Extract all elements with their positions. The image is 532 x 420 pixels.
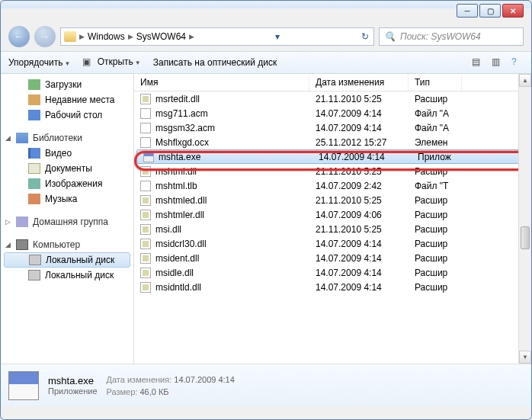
file-row[interactable]: msidntld.dll14.07.2009 4:14Расшиp: [134, 280, 531, 294]
file-icon: [140, 268, 151, 278]
app-icon: ▣: [82, 56, 95, 69]
file-icon: [140, 108, 151, 119]
sidebar: Загрузки Недавние места Рабочий стол Биб…: [1, 74, 134, 364]
file-row[interactable]: msidle.dll14.07.2009 4:14Расшиp: [134, 265, 531, 280]
file-name: mshtmler.dll: [155, 210, 204, 220]
file-date: 14.07.2009 4:14: [309, 239, 409, 249]
details-size-label: Размер:: [107, 387, 138, 396]
chevron-right-icon: ▶: [189, 33, 194, 40]
sidebar-item-localdisk2[interactable]: Локальный диск: [1, 268, 133, 283]
sidebar-item-recent[interactable]: Недавние места: [1, 92, 133, 107]
details-date: 14.07.2009 4:14: [174, 375, 235, 384]
file-row[interactable]: mshtmled.dll21.11.2010 5:25Расшиp: [134, 193, 531, 207]
file-row[interactable]: mshtmler.dll14.07.2009 4:06Расшиp: [134, 207, 531, 222]
file-row[interactable]: msg711.acm14.07.2009 4:14Файл "A: [134, 106, 531, 120]
file-type: Расшиp: [409, 166, 462, 177]
help-icon[interactable]: ?: [511, 56, 524, 69]
chevron-right-icon: ▶: [128, 33, 133, 40]
search-input[interactable]: 🔍 Поиск: SysWOW64: [379, 27, 524, 46]
file-row[interactable]: Mshflxgd.ocx25.11.2012 15:27Элемен: [134, 135, 531, 149]
file-row[interactable]: msgsm32.acm14.07.2009 4:14Файл "A: [134, 120, 531, 135]
file-row[interactable]: msidcrl30.dll14.07.2009 4:14Расшиp: [134, 236, 531, 251]
sidebar-item-computer[interactable]: Компьютер: [1, 237, 133, 252]
folder-icon: [64, 31, 76, 42]
file-date: 14.07.2009 4:14: [309, 123, 409, 133]
file-type: Элемен: [409, 137, 462, 148]
file-row[interactable]: mshtml.dll21.11.2010 5:25Расшиp: [134, 164, 531, 178]
file-type: Расшиp: [409, 253, 462, 264]
scroll-up-button[interactable]: ▲: [519, 74, 531, 87]
file-date: 21.11.2010 5:25: [309, 224, 409, 235]
back-button[interactable]: ←: [8, 26, 30, 47]
file-name: mshtml.tlb: [155, 181, 197, 191]
file-row[interactable]: msrtedit.dll21.11.2010 5:25Расшиp: [134, 91, 531, 106]
address-bar[interactable]: ▶ Windows ▶ SysWOW64 ▶ ▾ ↻: [60, 27, 374, 46]
scrollbar[interactable]: ▲ ▼: [518, 74, 531, 364]
sidebar-item-documents[interactable]: Документы: [1, 161, 133, 176]
open-button[interactable]: ▣ Открыть▼: [82, 56, 140, 69]
file-icon: [140, 239, 151, 249]
column-date[interactable]: Дата изменения: [309, 74, 409, 91]
sidebar-item-homegroup[interactable]: Домашняя группа: [1, 214, 133, 229]
file-name: msgsm32.acm: [155, 123, 215, 133]
file-icon: [140, 137, 151, 148]
file-icon: [140, 195, 151, 206]
sidebar-item-desktop[interactable]: Рабочий стол: [1, 107, 133, 123]
maximize-button[interactable]: ▢: [479, 4, 501, 18]
file-name: msidle.dll: [155, 268, 194, 278]
downloads-icon: [28, 79, 40, 90]
file-icon: [143, 152, 154, 162]
preview-pane-icon[interactable]: ▥: [492, 56, 504, 69]
breadcrumb-part[interactable]: SysWOW64: [136, 31, 186, 42]
details-pane: mshta.exe Приложение Дата изменения: 14.…: [1, 364, 531, 406]
file-row[interactable]: msident.dll14.07.2009 4:14Расшиp: [134, 251, 531, 265]
file-list-area: Имя Дата изменения Тип msrtedit.dll21.11…: [134, 74, 531, 364]
file-date: 21.11.2010 5:25: [309, 94, 409, 104]
file-icon: [140, 224, 151, 235]
refresh-icon[interactable]: ↻: [361, 31, 369, 42]
forward-button[interactable]: →: [34, 26, 56, 47]
column-type[interactable]: Тип: [409, 74, 462, 91]
file-name: mshta.exe: [159, 152, 200, 162]
file-date: 14.07.2009 4:14: [309, 282, 409, 293]
breadcrumb-part[interactable]: Windows: [88, 31, 125, 42]
file-date: 21.11.2010 5:25: [309, 195, 409, 206]
minimize-button[interactable]: ─: [457, 4, 478, 18]
scroll-thumb[interactable]: [521, 226, 530, 249]
file-icon: [140, 94, 151, 104]
file-row[interactable]: msi.dll21.11.2010 5:25Расшиp: [134, 222, 531, 236]
view-icon[interactable]: ▤: [472, 56, 484, 69]
file-date: 14.07.2009 4:14: [309, 268, 409, 278]
sidebar-item-downloads[interactable]: Загрузки: [1, 77, 133, 92]
file-icon: [140, 123, 151, 133]
dropdown-icon[interactable]: ▾: [275, 31, 280, 42]
scroll-down-button[interactable]: ▼: [519, 351, 531, 364]
burn-button[interactable]: Записать на оптический диск: [153, 57, 277, 68]
file-icon: [140, 210, 151, 220]
titlebar: ─ ▢ ✕: [2, 2, 530, 24]
file-icon: [140, 282, 151, 293]
file-row[interactable]: mshtml.tlb14.07.2009 2:42Файл "T: [134, 178, 531, 193]
column-name[interactable]: Имя: [134, 74, 309, 91]
close-button[interactable]: ✕: [502, 4, 524, 18]
sidebar-item-localdisk[interactable]: Локальный диск: [4, 252, 130, 268]
file-type: Файл "A: [409, 108, 462, 119]
details-filename: mshta.exe: [48, 375, 98, 386]
file-name: msident.dll: [155, 253, 199, 264]
sidebar-item-libraries[interactable]: Библиотеки: [1, 130, 133, 146]
organize-button[interactable]: Упорядочить▼: [8, 57, 70, 68]
file-date: 25.11.2012 15:27: [309, 137, 409, 148]
file-date: 14.07.2009 4:14: [309, 253, 409, 264]
nav-row: ← → ▶ Windows ▶ SysWOW64 ▶ ▾ ↻ 🔍 Поиск: …: [1, 22, 531, 51]
column-headers: Имя Дата изменения Тип: [134, 74, 531, 91]
file-row[interactable]: mshta.exe14.07.2009 4:14Прилож: [136, 149, 529, 164]
file-date: 14.07.2009 4:14: [309, 108, 409, 119]
file-name: msi.dll: [155, 224, 181, 235]
sidebar-item-music[interactable]: Музыка: [1, 191, 133, 207]
file-date: 14.07.2009 2:42: [309, 181, 409, 191]
sidebar-item-videos[interactable]: Видео: [1, 146, 133, 161]
file-name: msidntld.dll: [155, 282, 201, 293]
file-icon: [140, 166, 151, 177]
file-name: msidcrl30.dll: [155, 239, 207, 249]
sidebar-item-pictures[interactable]: Изображения: [1, 176, 133, 191]
